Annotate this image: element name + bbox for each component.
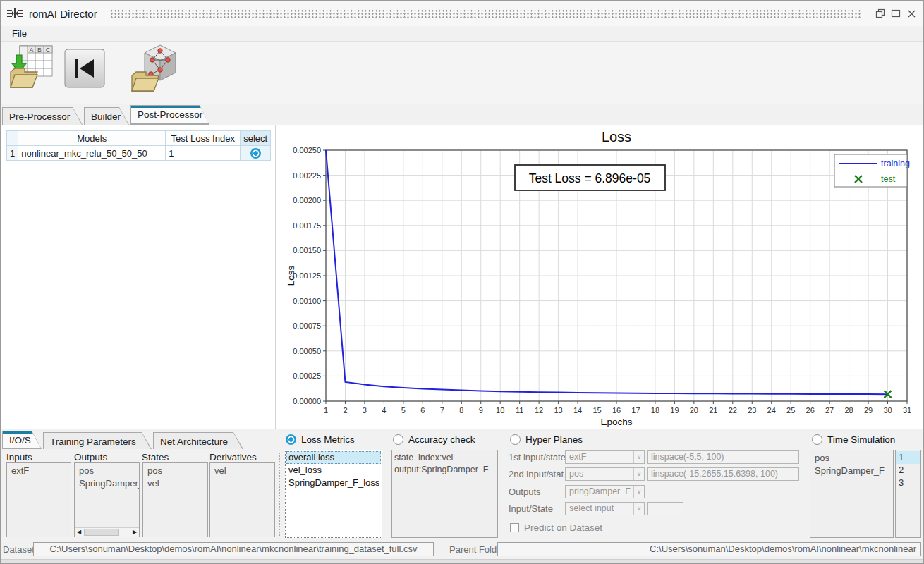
load-model-button[interactable]: [129, 42, 178, 96]
predict-on-dataset-checkbox[interactable]: [510, 523, 519, 532]
model-import-icon: [129, 42, 178, 94]
second-input-range-field[interactable]: linspace(-15.2655,15.6398, 100): [647, 467, 799, 481]
first-input-label: 1st input/state: [509, 450, 565, 464]
row-number[interactable]: 1: [7, 146, 18, 161]
list-item[interactable]: SpringDamper_F: [813, 465, 893, 477]
list-item[interactable]: 2: [896, 464, 920, 477]
titlebar-grip[interactable]: [110, 8, 861, 19]
list-item[interactable]: vel: [212, 465, 274, 477]
hyper-planes-radio-row: Hyper Planes: [510, 434, 583, 445]
menu-file[interactable]: File: [9, 27, 30, 39]
states-listbox[interactable]: pos vel: [142, 462, 208, 537]
scroll-right-icon[interactable]: ▶: [130, 528, 139, 537]
tab-training-parameters[interactable]: Training Parameters: [43, 432, 152, 449]
list-item[interactable]: pos: [145, 465, 207, 477]
loss-chart[interactable]: 1234567891011121314151617181920212223242…: [276, 127, 924, 430]
chart-panel: 1234567891011121314151617181920212223242…: [275, 125, 923, 429]
tab-ios[interactable]: I/O/S: [2, 431, 42, 449]
float-window-icon: [875, 8, 885, 18]
load-dataset-button[interactable]: A B C: [8, 44, 54, 92]
maximize-icon: [891, 8, 901, 18]
list-item[interactable]: vel_loss: [286, 464, 381, 477]
first-input-combo[interactable]: extF ∨: [565, 450, 645, 464]
table-corner[interactable]: [7, 131, 18, 146]
rewind-button[interactable]: [64, 49, 105, 90]
loss-metrics-radio[interactable]: [286, 434, 296, 445]
hyper-planes-radio[interactable]: [510, 434, 521, 445]
svg-text:Loss: Loss: [286, 265, 296, 286]
models-column-header[interactable]: Models: [18, 131, 166, 146]
maximize-button[interactable]: [889, 7, 902, 20]
scroll-left-icon[interactable]: ◀: [75, 528, 83, 537]
hyper-planes-label: Hyper Planes: [525, 434, 583, 445]
svg-text:14: 14: [573, 406, 582, 415]
select-column-header[interactable]: select: [241, 131, 271, 146]
svg-text:3: 3: [363, 406, 367, 415]
time-simulation-index-listbox[interactable]: 1 2 3: [895, 450, 921, 538]
loss-metrics-radio-row: Loss Metrics: [286, 434, 355, 445]
accuracy-check-radio[interactable]: [393, 434, 403, 445]
predict-on-dataset-row: Predict on Dataset: [510, 522, 602, 533]
svg-text:30: 30: [883, 406, 892, 415]
list-item[interactable]: SpringDamper_: [77, 477, 139, 490]
close-button[interactable]: [905, 7, 918, 20]
skip-to-start-icon: [64, 49, 105, 88]
inputs-listbox[interactable]: extF: [6, 462, 71, 537]
chevron-down-icon[interactable]: ∨: [633, 451, 644, 463]
list-item[interactable]: 3: [896, 477, 920, 489]
loss-metrics-listbox[interactable]: overall loss vel_loss SpringDamper_F_los…: [285, 450, 382, 538]
app-icon: [6, 8, 23, 19]
dataset-path-field[interactable]: C:\Users\sonuman\Desktop\demos\romAI\non…: [33, 542, 434, 556]
test-loss-index-column-header[interactable]: Test Loss Index: [166, 131, 241, 146]
accuracy-check-box[interactable]: state_index:vel output:SpringDamper_F: [391, 450, 498, 538]
test-loss-index-cell[interactable]: 1: [166, 146, 241, 161]
parent-folder-label: Parent Folde: [449, 544, 501, 555]
hp-input-state-combo[interactable]: select input ∨: [565, 502, 645, 515]
svg-text:test: test: [881, 174, 896, 184]
parent-folder-path-field[interactable]: C:\Users\sonuman\Desktop\demos\romAI\non…: [497, 542, 921, 556]
list-item[interactable]: SpringDamper_F_loss: [286, 477, 381, 489]
model-name-cell[interactable]: nonlinear_mkc_relu_50_50_50: [18, 146, 166, 161]
outputs-listbox[interactable]: pos SpringDamper_ ◀ ▶: [74, 462, 140, 537]
list-item[interactable]: pos: [813, 452, 893, 465]
tab-post-processor[interactable]: Post-Processor: [130, 105, 209, 125]
outputs-horizontal-scrollbar[interactable]: ◀ ▶: [75, 527, 139, 537]
chevron-down-icon[interactable]: ∨: [633, 468, 644, 480]
time-simulation-radio[interactable]: [812, 434, 822, 445]
list-item-selected[interactable]: 1: [896, 451, 920, 464]
model-select-radio[interactable]: [250, 148, 261, 159]
list-item[interactable]: vel: [145, 477, 207, 490]
toolbar-separator: [121, 46, 121, 98]
list-item-selected[interactable]: overall loss: [286, 451, 381, 464]
hp-outputs-combo[interactable]: pringDamper_F ∨: [565, 485, 645, 498]
hp-input-state-label: Input/State: [509, 502, 565, 515]
tab-pre-processor[interactable]: Pre-Processor: [2, 107, 83, 125]
svg-text:31: 31: [903, 406, 911, 415]
svg-text:0.00000: 0.00000: [293, 397, 321, 405]
second-input-label: 2nd input/stat: [509, 467, 565, 481]
tab-net-architecture[interactable]: Net Architecture: [153, 432, 243, 449]
second-input-combo[interactable]: pos ∨: [565, 467, 645, 481]
hp-input-state-field[interactable]: [647, 502, 683, 515]
svg-text:23: 23: [748, 406, 756, 415]
time-simulation-listbox[interactable]: pos SpringDamper_F: [810, 450, 894, 538]
first-input-range-field[interactable]: linspace(-5,5, 100): [647, 450, 799, 464]
hp-outputs-label: Outputs: [509, 485, 565, 498]
svg-text:B: B: [37, 47, 42, 54]
float-button[interactable]: [874, 7, 887, 20]
close-icon: [907, 9, 916, 18]
svg-text:Test Loss = 6.896e-05: Test Loss = 6.896e-05: [529, 171, 651, 185]
accuracy-line: output:SpringDamper_F: [394, 464, 497, 476]
chevron-down-icon[interactable]: ∨: [633, 503, 644, 515]
outputs-label: Outputs: [74, 452, 107, 462]
panel-splitter[interactable]: [278, 452, 281, 537]
chevron-down-icon[interactable]: ∨: [633, 486, 644, 498]
derivatives-listbox[interactable]: vel: [209, 462, 275, 537]
list-item[interactable]: pos: [77, 465, 139, 477]
scrollbar-thumb[interactable]: [84, 529, 119, 536]
list-item[interactable]: extF: [9, 465, 71, 477]
tab-builder[interactable]: Builder: [84, 107, 129, 125]
svg-text:29: 29: [864, 406, 873, 415]
svg-text:22: 22: [729, 406, 737, 415]
model-select-cell: [241, 146, 271, 161]
